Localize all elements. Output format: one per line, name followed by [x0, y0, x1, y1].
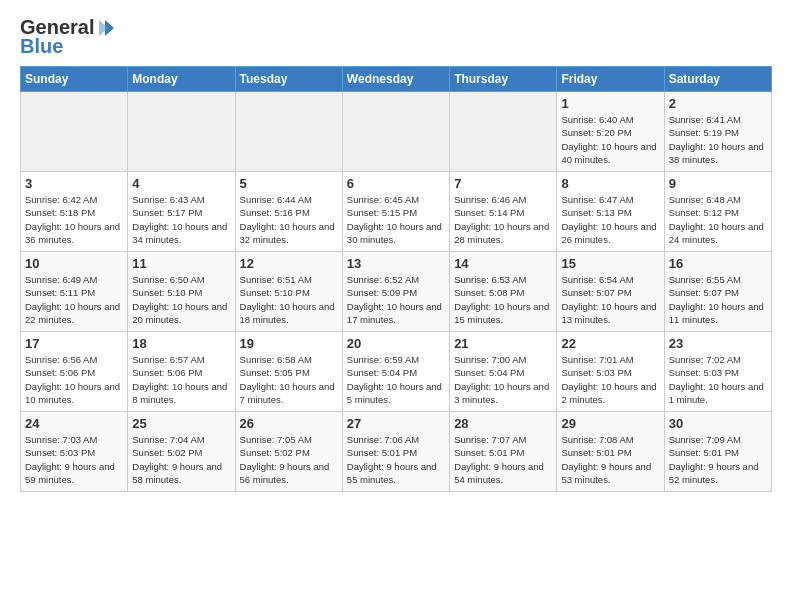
calendar-day-cell: 22Sunrise: 7:01 AM Sunset: 5:03 PM Dayli…: [557, 332, 664, 412]
calendar-table: SundayMondayTuesdayWednesdayThursdayFrid…: [20, 66, 772, 492]
day-info: Sunrise: 7:01 AM Sunset: 5:03 PM Dayligh…: [561, 353, 659, 406]
calendar-day-cell: 28Sunrise: 7:07 AM Sunset: 5:01 PM Dayli…: [450, 412, 557, 492]
calendar-day-cell: [21, 92, 128, 172]
day-number: 21: [454, 336, 552, 351]
day-number: 30: [669, 416, 767, 431]
calendar-day-cell: 29Sunrise: 7:08 AM Sunset: 5:01 PM Dayli…: [557, 412, 664, 492]
day-info: Sunrise: 6:55 AM Sunset: 5:07 PM Dayligh…: [669, 273, 767, 326]
day-number: 27: [347, 416, 445, 431]
day-info: Sunrise: 6:43 AM Sunset: 5:17 PM Dayligh…: [132, 193, 230, 246]
day-info: Sunrise: 6:46 AM Sunset: 5:14 PM Dayligh…: [454, 193, 552, 246]
calendar-header-row: SundayMondayTuesdayWednesdayThursdayFrid…: [21, 67, 772, 92]
logo-icon: [95, 17, 117, 39]
calendar-day-cell: 26Sunrise: 7:05 AM Sunset: 5:02 PM Dayli…: [235, 412, 342, 492]
day-info: Sunrise: 7:06 AM Sunset: 5:01 PM Dayligh…: [347, 433, 445, 486]
day-number: 15: [561, 256, 659, 271]
calendar-day-cell: 6Sunrise: 6:45 AM Sunset: 5:15 PM Daylig…: [342, 172, 449, 252]
day-info: Sunrise: 7:00 AM Sunset: 5:04 PM Dayligh…: [454, 353, 552, 406]
weekday-header: Sunday: [21, 67, 128, 92]
day-number: 25: [132, 416, 230, 431]
day-info: Sunrise: 6:53 AM Sunset: 5:08 PM Dayligh…: [454, 273, 552, 326]
day-number: 29: [561, 416, 659, 431]
calendar-day-cell: 16Sunrise: 6:55 AM Sunset: 5:07 PM Dayli…: [664, 252, 771, 332]
calendar-day-cell: 24Sunrise: 7:03 AM Sunset: 5:03 PM Dayli…: [21, 412, 128, 492]
day-info: Sunrise: 6:41 AM Sunset: 5:19 PM Dayligh…: [669, 113, 767, 166]
day-number: 22: [561, 336, 659, 351]
day-number: 17: [25, 336, 123, 351]
day-info: Sunrise: 6:44 AM Sunset: 5:16 PM Dayligh…: [240, 193, 338, 246]
day-info: Sunrise: 7:03 AM Sunset: 5:03 PM Dayligh…: [25, 433, 123, 486]
calendar-day-cell: 9Sunrise: 6:48 AM Sunset: 5:12 PM Daylig…: [664, 172, 771, 252]
calendar-day-cell: 20Sunrise: 6:59 AM Sunset: 5:04 PM Dayli…: [342, 332, 449, 412]
page-header: General Blue: [20, 16, 772, 58]
day-info: Sunrise: 7:05 AM Sunset: 5:02 PM Dayligh…: [240, 433, 338, 486]
day-number: 3: [25, 176, 123, 191]
calendar-day-cell: 30Sunrise: 7:09 AM Sunset: 5:01 PM Dayli…: [664, 412, 771, 492]
logo: General Blue: [20, 16, 118, 58]
weekday-header: Thursday: [450, 67, 557, 92]
calendar-day-cell: 5Sunrise: 6:44 AM Sunset: 5:16 PM Daylig…: [235, 172, 342, 252]
day-info: Sunrise: 7:07 AM Sunset: 5:01 PM Dayligh…: [454, 433, 552, 486]
day-info: Sunrise: 6:59 AM Sunset: 5:04 PM Dayligh…: [347, 353, 445, 406]
day-info: Sunrise: 6:48 AM Sunset: 5:12 PM Dayligh…: [669, 193, 767, 246]
calendar-day-cell: 2Sunrise: 6:41 AM Sunset: 5:19 PM Daylig…: [664, 92, 771, 172]
day-number: 16: [669, 256, 767, 271]
day-number: 2: [669, 96, 767, 111]
calendar-week-row: 10Sunrise: 6:49 AM Sunset: 5:11 PM Dayli…: [21, 252, 772, 332]
day-number: 6: [347, 176, 445, 191]
day-number: 13: [347, 256, 445, 271]
logo-blue-text: Blue: [20, 35, 63, 58]
day-number: 28: [454, 416, 552, 431]
calendar-day-cell: 13Sunrise: 6:52 AM Sunset: 5:09 PM Dayli…: [342, 252, 449, 332]
calendar-day-cell: 10Sunrise: 6:49 AM Sunset: 5:11 PM Dayli…: [21, 252, 128, 332]
calendar-day-cell: 1Sunrise: 6:40 AM Sunset: 5:20 PM Daylig…: [557, 92, 664, 172]
day-info: Sunrise: 6:54 AM Sunset: 5:07 PM Dayligh…: [561, 273, 659, 326]
calendar-day-cell: [342, 92, 449, 172]
calendar-day-cell: 17Sunrise: 6:56 AM Sunset: 5:06 PM Dayli…: [21, 332, 128, 412]
calendar-week-row: 3Sunrise: 6:42 AM Sunset: 5:18 PM Daylig…: [21, 172, 772, 252]
day-number: 9: [669, 176, 767, 191]
day-info: Sunrise: 7:02 AM Sunset: 5:03 PM Dayligh…: [669, 353, 767, 406]
day-number: 24: [25, 416, 123, 431]
day-info: Sunrise: 6:51 AM Sunset: 5:10 PM Dayligh…: [240, 273, 338, 326]
day-info: Sunrise: 6:47 AM Sunset: 5:13 PM Dayligh…: [561, 193, 659, 246]
calendar-day-cell: [235, 92, 342, 172]
day-info: Sunrise: 6:42 AM Sunset: 5:18 PM Dayligh…: [25, 193, 123, 246]
day-info: Sunrise: 7:08 AM Sunset: 5:01 PM Dayligh…: [561, 433, 659, 486]
day-number: 18: [132, 336, 230, 351]
day-info: Sunrise: 7:04 AM Sunset: 5:02 PM Dayligh…: [132, 433, 230, 486]
weekday-header: Tuesday: [235, 67, 342, 92]
calendar-day-cell: 4Sunrise: 6:43 AM Sunset: 5:17 PM Daylig…: [128, 172, 235, 252]
day-info: Sunrise: 6:49 AM Sunset: 5:11 PM Dayligh…: [25, 273, 123, 326]
weekday-header: Friday: [557, 67, 664, 92]
day-info: Sunrise: 6:58 AM Sunset: 5:05 PM Dayligh…: [240, 353, 338, 406]
day-info: Sunrise: 6:57 AM Sunset: 5:06 PM Dayligh…: [132, 353, 230, 406]
calendar-day-cell: 8Sunrise: 6:47 AM Sunset: 5:13 PM Daylig…: [557, 172, 664, 252]
calendar-day-cell: [128, 92, 235, 172]
day-number: 1: [561, 96, 659, 111]
weekday-header: Monday: [128, 67, 235, 92]
weekday-header: Saturday: [664, 67, 771, 92]
day-number: 8: [561, 176, 659, 191]
calendar-day-cell: 15Sunrise: 6:54 AM Sunset: 5:07 PM Dayli…: [557, 252, 664, 332]
calendar-week-row: 1Sunrise: 6:40 AM Sunset: 5:20 PM Daylig…: [21, 92, 772, 172]
day-number: 10: [25, 256, 123, 271]
day-number: 11: [132, 256, 230, 271]
day-number: 23: [669, 336, 767, 351]
calendar-day-cell: 12Sunrise: 6:51 AM Sunset: 5:10 PM Dayli…: [235, 252, 342, 332]
calendar-day-cell: 18Sunrise: 6:57 AM Sunset: 5:06 PM Dayli…: [128, 332, 235, 412]
calendar-day-cell: 25Sunrise: 7:04 AM Sunset: 5:02 PM Dayli…: [128, 412, 235, 492]
day-info: Sunrise: 7:09 AM Sunset: 5:01 PM Dayligh…: [669, 433, 767, 486]
calendar-week-row: 24Sunrise: 7:03 AM Sunset: 5:03 PM Dayli…: [21, 412, 772, 492]
weekday-header: Wednesday: [342, 67, 449, 92]
day-info: Sunrise: 6:52 AM Sunset: 5:09 PM Dayligh…: [347, 273, 445, 326]
day-number: 20: [347, 336, 445, 351]
day-number: 7: [454, 176, 552, 191]
calendar-day-cell: 21Sunrise: 7:00 AM Sunset: 5:04 PM Dayli…: [450, 332, 557, 412]
calendar-day-cell: 19Sunrise: 6:58 AM Sunset: 5:05 PM Dayli…: [235, 332, 342, 412]
day-number: 14: [454, 256, 552, 271]
day-info: Sunrise: 6:56 AM Sunset: 5:06 PM Dayligh…: [25, 353, 123, 406]
day-info: Sunrise: 6:50 AM Sunset: 5:10 PM Dayligh…: [132, 273, 230, 326]
calendar-day-cell: 3Sunrise: 6:42 AM Sunset: 5:18 PM Daylig…: [21, 172, 128, 252]
day-info: Sunrise: 6:45 AM Sunset: 5:15 PM Dayligh…: [347, 193, 445, 246]
